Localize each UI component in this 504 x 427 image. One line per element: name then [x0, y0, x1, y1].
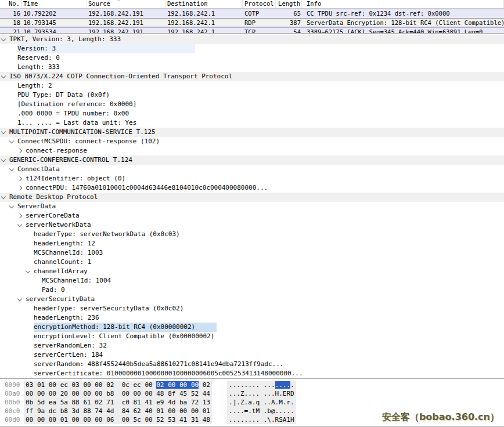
column-header-time[interactable]: Time [22, 0, 87, 8]
tree-row[interactable]: MCSChannelId: 1004 [0, 276, 504, 285]
packet-cell-info: CC TPDU src-ref: 0x1234 dst-ref: 0x0000 [302, 9, 504, 18]
tree-row[interactable]: encryptionMethod: 128-bit RC4 (0x0000000… [0, 323, 504, 332]
tree-row-label: Pad: 0 [42, 285, 65, 295]
chevron-down-icon[interactable] [9, 204, 14, 208]
hex-offset: 00d0 [5, 415, 22, 424]
chevron-down-icon[interactable] [17, 222, 22, 227]
packet-cell-source: 192.168.242.191 [87, 9, 166, 18]
tree-row[interactable]: headerLength: 12 [0, 239, 504, 248]
tree-row-label: serverRandom: 488f4552440b5dea5a88610271… [34, 360, 283, 369]
tree-row[interactable]: Version: 3 [0, 44, 504, 53]
chevron-down-icon[interactable] [1, 157, 6, 162]
chevron-right-icon[interactable] [17, 214, 22, 218]
tree-row-label: headerType: serverSecurityData (0x0c02) [34, 304, 183, 313]
hex-row[interactable]: 00a000 00 00 20 00 00 00 b8 00 00 00 48 … [0, 389, 504, 398]
tree-row-label: t124Identifier: object (0) [26, 174, 125, 183]
tree-row[interactable]: GENERIC-CONFERENCE-CONTROL T.124 [0, 155, 504, 165]
packet-list-header: No.TimeSource^DestinationProtocolLengthI… [0, 0, 504, 9]
chevron-right-icon[interactable] [17, 149, 22, 153]
tree-row[interactable]: serverNetworkData [0, 220, 504, 230]
hex-ascii[interactable]: ....=.tM .b@..... [227, 407, 296, 415]
tree-row-label: [Destination reference: 0x0000] [17, 100, 136, 109]
packet-detail-pane: TPKT, Version: 3, Length: 333Version: 3R… [0, 34, 504, 379]
tree-row[interactable]: MCSChannelId: 1003 [0, 248, 504, 258]
tree-row[interactable]: headerType: serverNetworkData (0x0c03) [0, 230, 504, 239]
tree-row[interactable]: PDU Type: DT Data (0x0f) [0, 91, 504, 100]
hex-bytes[interactable]: 0b 5d ea 5a 88 61 02 71 c0 81 41 e9 4d b… [24, 398, 212, 407]
hex-offset: 00c0 [5, 407, 22, 415]
hex-row[interactable]: 009003 01 00 ec 03 00 00 02 0c ec 00 02 … [0, 381, 504, 389]
tree-row[interactable]: connectPDU: 14760a01010001c0004d63446e81… [0, 183, 504, 193]
chevron-right-icon[interactable] [17, 186, 22, 190]
packet-row-16[interactable]: 1610.792202192.168.242.191192.168.242.1C… [0, 9, 504, 18]
tree-row[interactable]: ConnectMCSPDU: connect-response (102) [0, 137, 504, 146]
column-header-info[interactable]: Info [302, 0, 504, 8]
tree-row[interactable]: connect-response [0, 146, 504, 155]
packet-cell-destination: 192.168.242.1 [166, 9, 243, 18]
tree-row[interactable]: encryptionLevel: Client Compatible (0x00… [0, 332, 504, 341]
tree-row[interactable]: headerLength: 236 [0, 313, 504, 323]
tree-row[interactable]: channelIdArray [0, 267, 504, 276]
watermark: 安全客（bobao.360.cn） [382, 411, 499, 424]
hex-ascii[interactable]: ........ .\.RSA1H [227, 415, 296, 424]
tree-row-label: ServerData [17, 202, 56, 211]
chevron-down-icon[interactable] [1, 194, 6, 199]
tree-row-label: headerLength: 236 [34, 313, 99, 323]
hex-bytes[interactable]: 03 01 00 ec 03 00 00 02 0c ec 00 02 00 0… [24, 381, 212, 389]
tree-row[interactable]: ConnectData [0, 165, 504, 174]
column-header-protocol[interactable]: Protocol [243, 0, 276, 8]
tree-row-label: .000 0000 = TPDU number: 0x00 [17, 109, 129, 118]
tree-row[interactable]: Remote Desktop Protocol [0, 193, 504, 202]
tree-row[interactable]: serverRandom: 488f4552440b5dea5a88610271… [0, 360, 504, 369]
packet-cell-destination: 192.168.242.1 [166, 28, 243, 33]
tree-row[interactable]: Length: 333 [0, 63, 504, 72]
tree-row[interactable]: ISO 8073/X.224 COTP Connection-Oriented … [0, 72, 504, 81]
hex-ascii[interactable]: ........ ........ [227, 381, 296, 389]
tree-row-label: headerLength: 12 [34, 239, 95, 248]
tree-row[interactable]: serverCertLen: 184 [0, 350, 504, 360]
tree-row[interactable]: [Destination reference: 0x0000] [0, 100, 504, 109]
chevron-down-icon[interactable] [26, 269, 30, 273]
tree-row[interactable]: MULTIPOINT-COMMUNICATION-SERVICE T.125 [0, 128, 504, 137]
column-header-no[interactable]: No. [0, 0, 22, 8]
packet-cell-source: 192.168.242.191 [87, 19, 166, 27]
chevron-down-icon[interactable] [1, 129, 6, 134]
chevron-down-icon[interactable] [9, 139, 14, 143]
tree-row-label: connectPDU: 14760a01010001c0004d63446e81… [26, 183, 268, 193]
packet-row-21[interactable]: 2110.793534192.168.242.191192.168.242.1T… [0, 27, 504, 33]
tree-row[interactable]: Reserved: 0 [0, 53, 504, 63]
packet-list-pane: No.TimeSource^DestinationProtocolLengthI… [0, 0, 504, 34]
packet-cell-destination: 192.168.242.1 [166, 19, 243, 27]
tree-row[interactable]: .000 0000 = TPDU number: 0x00 [0, 109, 504, 118]
hex-ascii[interactable]: ...Z.... ...H.ERD [227, 389, 296, 398]
hex-row[interactable]: 00b00b 5d ea 5a 88 61 02 71 c0 81 41 e9 … [0, 398, 504, 407]
chevron-right-icon[interactable] [17, 176, 22, 181]
tree-row[interactable]: 1... .... = Last data unit: Yes [0, 118, 504, 128]
hex-bytes[interactable]: 00 00 00 20 00 00 00 b8 00 00 00 48 8f 4… [24, 389, 212, 398]
tree-row-label: Reserved: 0 [17, 53, 60, 63]
tree-row-label: serverRandomLen: 32 [34, 341, 107, 350]
tree-row[interactable]: Pad: 0 [0, 285, 504, 295]
hex-ascii[interactable]: .].Z.a.q ..A.M.r. [227, 398, 296, 407]
packet-cell-length: 387 [276, 19, 302, 27]
hex-bytes[interactable]: ff 9a dc b8 3d 88 74 4d 84 62 40 01 00 0… [24, 407, 212, 415]
tree-row[interactable]: t124Identifier: object (0) [0, 174, 504, 183]
packet-row-18[interactable]: 1810.793145192.168.242.191192.168.242.1R… [0, 18, 504, 27]
chevron-down-icon[interactable] [1, 37, 6, 41]
tree-row[interactable]: Length: 2 [0, 81, 504, 91]
chevron-down-icon[interactable] [9, 167, 14, 171]
chevron-down-icon[interactable] [1, 74, 6, 78]
tree-row[interactable]: ServerData [0, 202, 504, 211]
tree-row[interactable]: serverSecurityData [0, 295, 504, 304]
column-header-destination[interactable]: Destination [166, 0, 243, 8]
tree-row[interactable]: serverCoreData [0, 211, 504, 220]
column-header-source[interactable]: Source^ [87, 0, 166, 8]
tree-row[interactable]: serverRandomLen: 32 [0, 341, 504, 350]
tree-row[interactable]: TPKT, Version: 3, Length: 333 [0, 35, 504, 44]
tree-row[interactable]: serverCertificate: 010000000100000001000… [0, 369, 504, 378]
tree-row[interactable]: headerType: serverSecurityData (0x0c02) [0, 304, 504, 313]
tree-row[interactable]: channelCount: 1 [0, 258, 504, 267]
hex-bytes[interactable]: 00 00 00 01 00 00 00 06 00 5c 00 52 53 4… [24, 415, 212, 424]
column-header-length[interactable]: Length [276, 0, 302, 8]
chevron-down-icon[interactable] [17, 296, 22, 301]
